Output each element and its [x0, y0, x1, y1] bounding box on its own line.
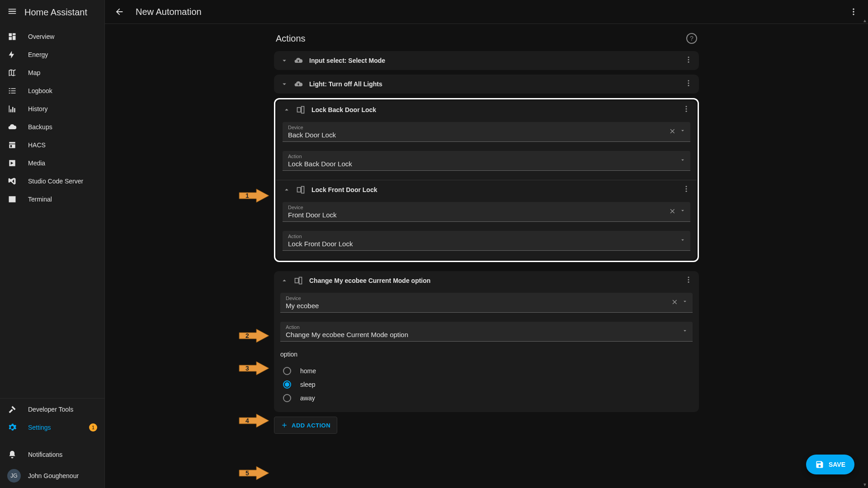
sidebar-item-label: Studio Code Server [28, 178, 83, 185]
settings-badge: 1 [89, 423, 97, 432]
svg-point-22 [688, 279, 689, 281]
svg-rect-14 [297, 188, 301, 192]
card-menu[interactable] [684, 79, 693, 89]
chart-icon [7, 104, 17, 113]
sidebar-item-label: Developer Tools [28, 406, 73, 413]
sidebar-item-backups[interactable]: Backups [0, 118, 104, 136]
save-button[interactable]: SAVE [806, 455, 854, 474]
card-menu[interactable] [684, 276, 693, 286]
help-icon[interactable]: ? [686, 33, 697, 44]
add-action-button[interactable]: ADD ACTION [274, 417, 337, 434]
arrow-number: 1 [245, 192, 249, 199]
card-header[interactable]: Input select: Select Mode [274, 51, 699, 70]
sidebar-item-label: Backups [28, 123, 52, 131]
sidebar-item-hacs[interactable]: HACS [0, 136, 104, 154]
user-name: John Goughenour [28, 472, 79, 479]
radio-away[interactable]: away [280, 391, 693, 405]
avatar: JG [7, 469, 21, 483]
card-menu[interactable] [682, 105, 690, 115]
sidebar-item-history[interactable]: History [0, 100, 104, 118]
menu-icon[interactable] [7, 6, 17, 19]
section-title: Actions [276, 33, 306, 44]
action-card-light: Light: Turn off All Lights [274, 75, 699, 94]
clear-icon[interactable] [669, 207, 676, 216]
svg-point-21 [688, 277, 689, 278]
sidebar-item-media[interactable]: Media [0, 154, 104, 172]
scroll-up-icon[interactable]: ▲ [863, 18, 867, 23]
scrollbar[interactable]: ▲ ▼ [863, 23, 868, 488]
action-field[interactable]: Action Change My ecobee Current Mode opt… [280, 322, 693, 342]
field-value: Lock Back Door Lock [288, 159, 685, 168]
action-card-input-select: Input select: Select Mode [274, 51, 699, 70]
field-value: Lock Front Door Lock [288, 239, 685, 248]
dropdown-icon[interactable] [682, 298, 688, 307]
arrow-number: 4 [245, 417, 249, 424]
page-title: New Automation [136, 7, 202, 17]
action-field[interactable]: Action Lock Back Door Lock [283, 151, 690, 171]
app-title: Home Assistant [24, 7, 87, 18]
sidebar-item-label: Settings [28, 424, 51, 431]
sidebar-item-map[interactable]: Map [0, 64, 104, 82]
radio-icon [283, 367, 291, 375]
radio-home[interactable]: home [280, 364, 693, 378]
clear-icon[interactable] [669, 127, 676, 136]
sidebar-item-label: History [28, 105, 48, 113]
card-header[interactable]: Lock Front Door Lock [276, 180, 697, 199]
sidebar-item-studio-code[interactable]: Studio Code Server [0, 172, 104, 190]
svg-point-2 [853, 14, 854, 15]
section-header: Actions ? [274, 33, 699, 44]
sidebar-item-notifications[interactable]: Notifications [0, 446, 104, 464]
device-field[interactable]: Device My ecobee [280, 293, 693, 313]
device-icon [296, 105, 306, 114]
sidebar-item-overview[interactable]: Overview [0, 28, 104, 46]
back-button[interactable] [112, 5, 127, 19]
sidebar-item-settings[interactable]: Settings 1 [0, 418, 104, 436]
sidebar-item-terminal[interactable]: Terminal [0, 190, 104, 208]
chevron-up-icon [283, 106, 291, 114]
svg-point-7 [688, 83, 689, 84]
card-title: Lock Front Door Lock [311, 186, 677, 193]
annotation-arrow-5: 5 [238, 465, 270, 481]
device-field[interactable]: Device Front Door Lock [283, 202, 690, 222]
device-field[interactable]: Device Back Door Lock [283, 122, 690, 142]
dropdown-icon[interactable] [682, 328, 688, 336]
radio-label: home [300, 367, 316, 375]
scroll-down-icon[interactable]: ▼ [863, 482, 867, 487]
dropdown-icon[interactable] [679, 157, 686, 165]
field-label: Action [286, 324, 687, 330]
card-header[interactable]: Light: Turn off All Lights [274, 75, 699, 94]
action-field[interactable]: Action Lock Front Door Lock [283, 231, 690, 251]
dropdown-icon[interactable] [679, 127, 686, 136]
radio-sleep[interactable]: sleep [280, 378, 693, 391]
annotation-arrow-1: 1 [238, 188, 270, 203]
action-card-ecobee: Change My ecobee Current Mode option Dev… [274, 271, 699, 412]
svg-point-8 [688, 85, 689, 86]
user-profile[interactable]: JG John Goughenour [0, 464, 104, 488]
svg-point-13 [686, 111, 687, 112]
sidebar-item-dev-tools[interactable]: Developer Tools [0, 400, 104, 418]
field-label: Action [288, 234, 685, 239]
card-menu[interactable] [684, 56, 693, 66]
field-label: Device [286, 296, 687, 301]
svg-point-4 [688, 59, 689, 61]
dropdown-icon[interactable] [679, 207, 686, 216]
annotation-arrow-4: 4 [238, 413, 270, 428]
topbar: New Automation [105, 0, 868, 24]
radio-label: sleep [300, 381, 315, 388]
sidebar-item-label: Notifications [28, 451, 62, 458]
save-icon [815, 460, 824, 469]
card-menu[interactable] [682, 185, 690, 195]
sidebar-item-energy[interactable]: Energy [0, 46, 104, 64]
sidebar-header: Home Assistant [0, 0, 104, 25]
dropdown-icon[interactable] [679, 237, 686, 245]
card-header[interactable]: Lock Back Door Lock [276, 100, 697, 119]
svg-point-0 [853, 9, 854, 10]
card-header[interactable]: Change My ecobee Current Mode option [274, 271, 699, 290]
field-value: Back Door Lock [288, 130, 685, 139]
overflow-menu[interactable] [846, 5, 861, 19]
dashboard-icon [7, 32, 17, 41]
sidebar-item-logbook[interactable]: Logbook [0, 82, 104, 100]
add-action-label: ADD ACTION [292, 422, 330, 429]
plus-icon [281, 422, 288, 429]
clear-icon[interactable] [671, 298, 678, 307]
